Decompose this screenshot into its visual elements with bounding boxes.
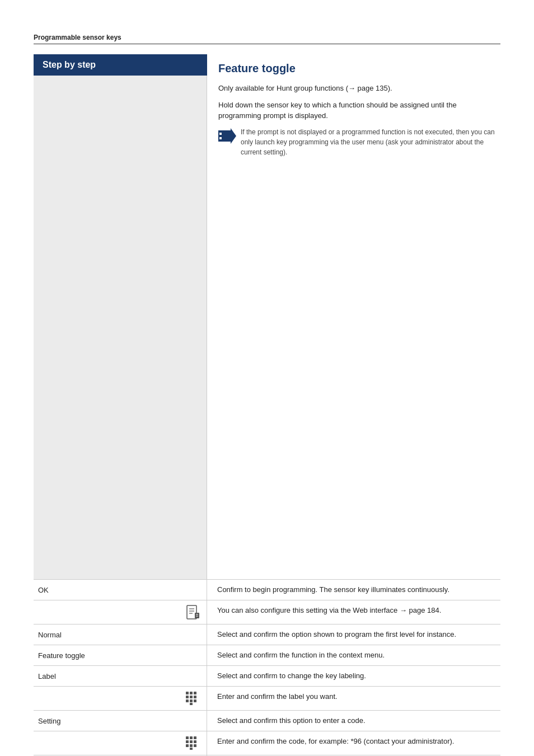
right-column: Feature toggle Only available for Hunt g… — [207, 54, 500, 579]
note-text: If the prompt is not displayed or a prog… — [241, 127, 500, 157]
normal-label: Normal — [38, 631, 62, 639]
cell-right-setting: Select and confirm this option to enter … — [207, 711, 500, 731]
section-header-text: Programmable sensor keys — [34, 34, 121, 41]
svg-rect-25 — [194, 740, 196, 743]
cell-left-setting: Setting — [34, 711, 207, 731]
intro-line2: Hold down the sensor key to which a func… — [218, 100, 500, 121]
cell-left-webicon — [34, 600, 207, 624]
svg-rect-15 — [194, 696, 196, 698]
intro-line2-text: Hold down the sensor key to which a func… — [218, 101, 457, 120]
table-row: Feature toggle Select and confirm the fu… — [34, 645, 500, 665]
normal-text: Select and confirm the option shown to p… — [217, 630, 456, 638]
left-gray-fill — [34, 76, 207, 579]
svg-rect-10 — [186, 692, 189, 694]
table-row: Setting Select and confirm this option t… — [34, 710, 500, 755]
setting-text: Select and confirm this option to enter … — [217, 716, 366, 725]
cell-left-feature: Feature toggle — [34, 645, 207, 665]
ok-label: OK — [38, 586, 49, 594]
table-row: You can also configure this setting via … — [34, 600, 500, 624]
cell-left-label: Label — [34, 666, 207, 686]
svg-rect-24 — [190, 740, 193, 743]
cell-right-label: Select and confirm to change the key lab… — [207, 666, 500, 686]
svg-rect-7 — [195, 613, 199, 618]
keypad-icon-1 — [185, 691, 200, 706]
step-header-label: Step by step — [43, 60, 96, 69]
setting-row-main: Setting Select and confirm this option t… — [34, 711, 500, 731]
svg-marker-0 — [218, 128, 236, 144]
svg-rect-1 — [219, 133, 222, 135]
svg-rect-18 — [194, 699, 196, 702]
label-row-main: Label Select and confirm to change the k… — [34, 666, 500, 686]
table-row: OK Confirm to begin programming. The sen… — [34, 579, 500, 600]
step-header: Step by step — [34, 54, 207, 76]
feature-title: Feature toggle — [218, 62, 500, 75]
cell-right-ok: Confirm to begin programming. The sensor… — [207, 580, 500, 600]
svg-rect-23 — [186, 740, 189, 743]
svg-rect-20 — [186, 736, 189, 739]
setting-sub-text: Enter and confirm the code, for example:… — [217, 737, 454, 745]
svg-rect-21 — [190, 736, 193, 739]
cell-left-ok: OK — [34, 580, 207, 600]
page: Programmable sensor keys Step by step Fe… — [0, 0, 534, 756]
web-text: You can also configure this setting via … — [217, 606, 441, 614]
svg-rect-13 — [186, 696, 189, 698]
feature-toggle-text: Select and confirm the function in the c… — [217, 651, 385, 659]
note-box: If the prompt is not displayed or a prog… — [218, 127, 500, 157]
setting-label: Setting — [38, 717, 60, 725]
svg-rect-12 — [194, 692, 196, 694]
intro-line1: Only available for Hunt group functions … — [218, 83, 500, 94]
svg-rect-17 — [190, 699, 193, 702]
cell-left-normal: Normal — [34, 624, 207, 645]
label-sub-text: Enter and confirm the label you want. — [217, 692, 338, 701]
feature-title-text: Feature toggle — [218, 62, 296, 74]
cell-right-setting-sub: Enter and confirm the code, for example:… — [207, 731, 500, 755]
cell-right-normal: Select and confirm the option shown to p… — [207, 624, 500, 645]
cell-left-setting-sub — [34, 731, 207, 755]
svg-rect-26 — [186, 744, 189, 747]
label-label: Label — [38, 672, 56, 680]
svg-rect-29 — [190, 748, 193, 750]
svg-rect-16 — [186, 699, 189, 702]
keypad-icon-2 — [185, 736, 200, 750]
svg-rect-19 — [190, 703, 193, 705]
svg-rect-22 — [194, 736, 196, 739]
list-doc-icon — [185, 605, 200, 619]
svg-rect-27 — [190, 744, 193, 747]
setting-row-sub: Enter and confirm the code, for example:… — [34, 731, 500, 755]
main-layout: Step by step Feature toggle Only availab… — [34, 54, 500, 579]
note-text-content: If the prompt is not displayed or a prog… — [241, 128, 495, 156]
ok-text: Confirm to begin programming. The sensor… — [217, 585, 449, 594]
section-header: Programmable sensor keys — [34, 34, 500, 44]
intro-line1-text: Only available for Hunt group functions … — [218, 84, 392, 92]
step-table: OK Confirm to begin programming. The sen… — [34, 579, 500, 756]
svg-rect-14 — [190, 696, 193, 698]
table-row: Label Select and confirm to change the k… — [34, 665, 500, 710]
label-row-sub: Enter and confirm the label you want. — [34, 686, 500, 710]
cell-right-web: You can also configure this setting via … — [207, 600, 500, 624]
cell-left-label-sub — [34, 687, 207, 710]
table-row: Normal Select and confirm the option sho… — [34, 624, 500, 645]
left-column: Step by step — [34, 54, 207, 579]
svg-rect-11 — [190, 692, 193, 694]
note-arrow-icon — [218, 128, 236, 144]
cell-right-feature: Select and confirm the function in the c… — [207, 645, 500, 665]
arrow-icon: → — [400, 605, 407, 616]
feature-toggle-label: Feature toggle — [38, 651, 85, 660]
note-icon — [218, 128, 236, 144]
label-text: Select and confirm to change the key lab… — [217, 672, 366, 680]
cell-right-label-sub: Enter and confirm the label you want. — [207, 687, 500, 710]
svg-rect-28 — [194, 744, 196, 747]
svg-rect-2 — [219, 137, 222, 139]
